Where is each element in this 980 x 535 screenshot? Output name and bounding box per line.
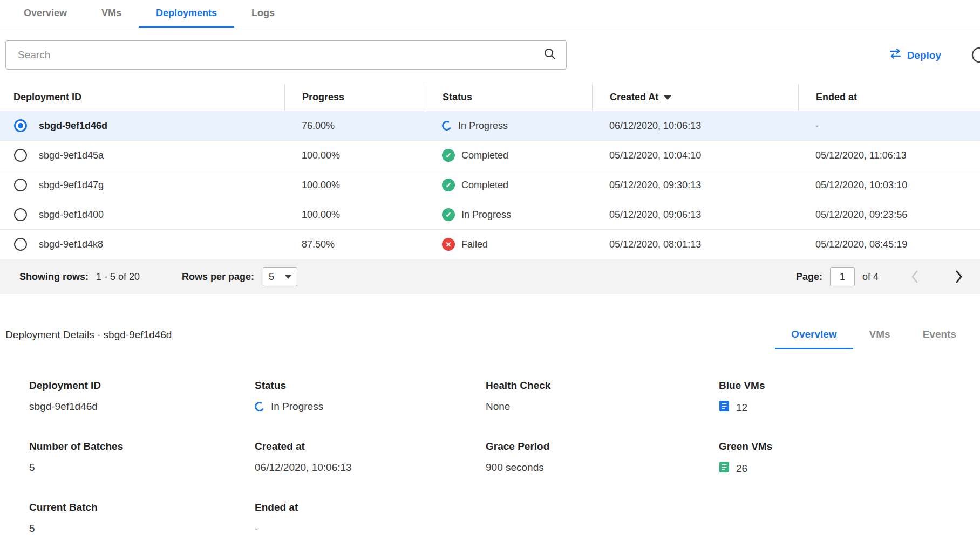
- column-header-status[interactable]: Status: [425, 84, 592, 111]
- field-value: 26: [736, 463, 747, 475]
- field-value: 900 seconds: [486, 461, 719, 474]
- status-label: In Progress: [458, 120, 508, 132]
- field-value: None: [486, 400, 719, 413]
- page-of-label: of 4: [862, 271, 879, 283]
- deployment-id: sbgd-9ef1d47g: [39, 180, 104, 191]
- deploy-button[interactable]: Deploy: [886, 47, 944, 64]
- showing-rows-label: Showing rows:: [19, 271, 89, 283]
- green-vm-icon: [719, 461, 730, 476]
- table-row[interactable]: sbgd-9ef1d47g 100.00% ✓ Completed 05/12/…: [0, 170, 980, 200]
- field-value: 5: [29, 522, 255, 535]
- check-icon: ✓: [442, 208, 455, 221]
- radio-button[interactable]: [14, 149, 27, 162]
- refresh-icon[interactable]: [970, 46, 980, 64]
- radio-button[interactable]: [14, 119, 27, 132]
- field-status: Status In Progress: [255, 380, 486, 415]
- radio-button[interactable]: [14, 179, 27, 191]
- chevron-left-icon[interactable]: [910, 269, 920, 284]
- field-value: -: [255, 522, 486, 535]
- deployment-id: sbgd-9ef1d45a: [39, 150, 104, 161]
- field-number-of-batches: Number of Batches 5: [29, 441, 255, 476]
- deploy-swap-icon: [889, 47, 902, 63]
- field-label: Created at: [255, 441, 486, 452]
- details-tab-events[interactable]: Events: [907, 328, 972, 349]
- ended-at-value: -: [798, 120, 980, 132]
- deployment-details-title: Deployment Details - sbgd-9ef1d46d: [5, 329, 172, 349]
- created-at-value: 05/12/2020, 09:30:13: [592, 180, 798, 191]
- check-icon: ✓: [442, 179, 455, 191]
- field-value: 06/12/2020, 10:06:13: [255, 461, 486, 474]
- rows-per-page-value: 5: [269, 271, 274, 283]
- field-green-vms: Green VMs 26: [719, 441, 980, 476]
- in-progress-spinner-icon: [254, 401, 266, 413]
- field-grace-period: Grace Period 900 seconds: [486, 441, 719, 476]
- field-label: Status: [255, 380, 486, 392]
- showing-rows-value: 1 - 5 of 20: [96, 271, 140, 283]
- deployment-id: sbgd-9ef1d4k8: [39, 239, 103, 250]
- search-box: [5, 40, 567, 70]
- progress-value: 87.50%: [284, 239, 425, 250]
- top-tab-bar: Overview VMs Deployments Logs: [0, 0, 980, 28]
- status-label: Failed: [461, 239, 488, 250]
- table-row[interactable]: sbgd-9ef1d45a 100.00% ✓ Completed 05/12/…: [0, 141, 980, 170]
- field-label: Grace Period: [486, 441, 719, 452]
- tab-vms[interactable]: VMs: [84, 0, 139, 28]
- tab-deployments[interactable]: Deployments: [139, 0, 234, 28]
- column-header-deployment-id[interactable]: Deployment ID: [0, 84, 284, 111]
- field-value: 5: [29, 461, 255, 474]
- details-tab-bar: Overview VMs Events: [775, 328, 972, 349]
- search-icon: [543, 47, 556, 63]
- table-row[interactable]: sbgd-9ef1d46d 76.00% In Progress 06/12/2…: [0, 111, 980, 141]
- deployment-details-header: Deployment Details - sbgd-9ef1d46d Overv…: [0, 328, 980, 349]
- field-label: Health Check: [486, 380, 719, 392]
- field-value: 12: [736, 402, 747, 414]
- tab-logs[interactable]: Logs: [234, 0, 292, 28]
- deployments-table: Deployment ID Progress Status Created At…: [0, 84, 980, 294]
- blue-vm-icon: [719, 400, 730, 415]
- field-health-check: Health Check None: [486, 380, 719, 415]
- details-grid: Deployment ID sbgd-9ef1d46d Status In Pr…: [0, 380, 980, 535]
- tab-overview[interactable]: Overview: [6, 0, 84, 28]
- deployment-id: sbgd-9ef1d400: [39, 209, 104, 221]
- column-header-created-label: Created At: [610, 92, 658, 103]
- progress-value: 100.00%: [284, 209, 425, 221]
- field-label: Ended at: [255, 502, 486, 513]
- table-footer: Showing rows: 1 - 5 of 20 Rows per page:…: [0, 259, 980, 294]
- ended-at-value: 05/12/2020, 08:45:19: [798, 239, 980, 250]
- cross-icon: ✕: [442, 238, 455, 251]
- field-current-batch: Current Batch 5: [29, 502, 255, 535]
- field-value: In Progress: [271, 401, 323, 413]
- progress-value: 100.00%: [284, 150, 425, 161]
- field-created-at: Created at 06/12/2020, 10:06:13: [255, 441, 486, 476]
- status-label: Completed: [461, 150, 508, 161]
- radio-button[interactable]: [14, 238, 27, 251]
- table-row[interactable]: sbgd-9ef1d4k8 87.50% ✕ Failed 05/12/2020…: [0, 230, 980, 259]
- rows-per-page-select[interactable]: 5: [263, 267, 297, 286]
- created-at-value: 05/12/2020, 08:01:13: [592, 239, 798, 250]
- field-label: Number of Batches: [29, 441, 255, 452]
- chevron-right-icon[interactable]: [954, 269, 964, 284]
- deploy-label: Deploy: [907, 49, 941, 61]
- sort-desc-icon: [664, 95, 671, 100]
- column-header-created-at[interactable]: Created At: [592, 84, 798, 111]
- table-header-row: Deployment ID Progress Status Created At…: [0, 84, 980, 111]
- created-at-value: 05/12/2020, 10:04:10: [592, 150, 798, 161]
- page-number-input[interactable]: [830, 267, 855, 286]
- column-header-progress[interactable]: Progress: [284, 84, 425, 111]
- radio-button[interactable]: [14, 208, 27, 221]
- details-tab-vms[interactable]: VMs: [853, 328, 907, 349]
- search-input[interactable]: [17, 49, 543, 61]
- field-ended-at: Ended at -: [255, 502, 486, 535]
- details-tab-overview[interactable]: Overview: [775, 328, 853, 349]
- deployments-page: { "colors": { "accent": "#1a73e8", "succ…: [0, 0, 980, 535]
- chevron-down-icon: [285, 275, 291, 279]
- deployment-id: sbgd-9ef1d46d: [39, 120, 107, 132]
- table-row[interactable]: sbgd-9ef1d400 100.00% ✓ In Progress 05/1…: [0, 200, 980, 230]
- field-label: Deployment ID: [29, 380, 255, 392]
- column-header-ended-at[interactable]: Ended at: [798, 84, 980, 111]
- status-label: Completed: [461, 180, 508, 191]
- ended-at-value: 05/12/2020, 10:03:10: [798, 180, 980, 191]
- page-label: Page:: [796, 271, 822, 283]
- field-deployment-id: Deployment ID sbgd-9ef1d46d: [29, 380, 255, 415]
- status-label: In Progress: [461, 209, 511, 221]
